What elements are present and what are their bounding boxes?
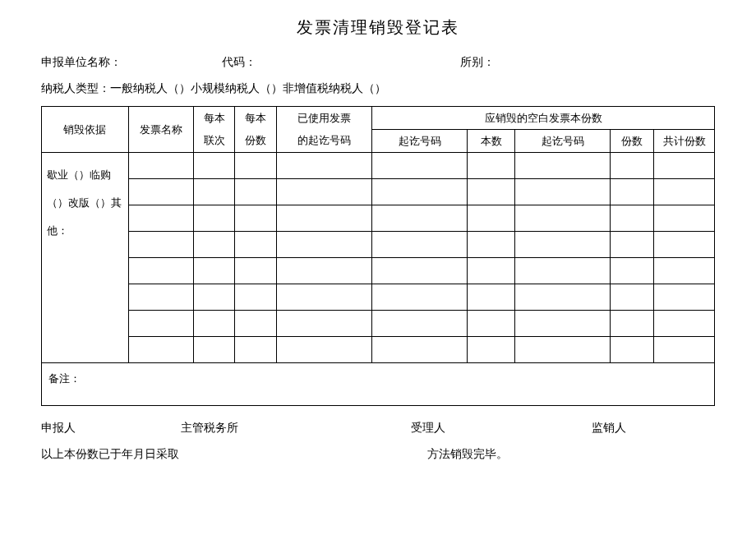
footer-note: 以上本份数已于年月日采取 方法销毁完毕。 bbox=[41, 447, 715, 462]
cell bbox=[372, 311, 468, 337]
hdr-count-l1: 每本 bbox=[235, 107, 277, 130]
cell bbox=[468, 311, 515, 337]
cell bbox=[372, 179, 468, 205]
remark-row: 备注： bbox=[42, 363, 715, 406]
cell bbox=[276, 311, 371, 337]
cell bbox=[235, 232, 277, 258]
cell bbox=[128, 153, 193, 179]
cell bbox=[515, 232, 611, 258]
remark-cell: 备注： bbox=[42, 363, 715, 406]
cell bbox=[654, 153, 715, 179]
cell bbox=[654, 284, 715, 311]
footer-acceptor: 受理人 bbox=[411, 421, 592, 436]
cell bbox=[372, 153, 468, 179]
cell bbox=[515, 153, 611, 179]
cell bbox=[235, 179, 277, 205]
cell bbox=[193, 284, 235, 311]
cell bbox=[193, 205, 235, 232]
hdr-basis: 销毁依据 bbox=[42, 107, 129, 153]
page-title: 发票清理销毁登记表 bbox=[41, 16, 715, 39]
cell bbox=[372, 284, 468, 311]
cell bbox=[515, 179, 611, 205]
hdr-blank-range1: 起讫号码 bbox=[372, 130, 468, 153]
hdr-blank-copies: 份数 bbox=[611, 130, 654, 153]
table-row bbox=[42, 311, 715, 337]
hdr-copies-l1: 每本 bbox=[193, 107, 235, 130]
table-row bbox=[42, 205, 715, 232]
code-label: 代码： bbox=[222, 55, 460, 70]
cell bbox=[611, 258, 654, 284]
cell bbox=[193, 179, 235, 205]
cell bbox=[372, 258, 468, 284]
cell bbox=[193, 232, 235, 258]
cell bbox=[654, 311, 715, 337]
cell bbox=[611, 205, 654, 232]
cell bbox=[276, 179, 371, 205]
footer-row: 申报人 主管税务所 受理人 监销人 bbox=[41, 421, 715, 436]
cell bbox=[654, 205, 715, 232]
hdr-blank-group: 应销毁的空白发票本份数 bbox=[372, 107, 715, 130]
footer-note-left: 以上本份数已于年月日采取 bbox=[41, 447, 427, 462]
cell bbox=[654, 258, 715, 284]
cell bbox=[372, 337, 468, 363]
meta-row-2: 纳税人类型：一般纳税人（）小规模纳税人（）非增值税纳税人（） bbox=[41, 81, 715, 96]
cell bbox=[611, 311, 654, 337]
cell bbox=[372, 205, 468, 232]
table-row bbox=[42, 337, 715, 363]
cell bbox=[128, 179, 193, 205]
table-row: 歇业（）临购（）改版（）其他： bbox=[42, 153, 715, 179]
office-label: 所别： bbox=[460, 55, 495, 70]
cell bbox=[611, 153, 654, 179]
cell bbox=[372, 232, 468, 258]
main-table: 销毁依据 发票名称 每本 每本 已使用发票 应销毁的空白发票本份数 联次 份数 … bbox=[41, 106, 715, 406]
cell bbox=[654, 232, 715, 258]
hdr-blank-total: 共计份数 bbox=[654, 130, 715, 153]
cell bbox=[468, 337, 515, 363]
cell bbox=[193, 258, 235, 284]
hdr-blank-books: 本数 bbox=[468, 130, 515, 153]
cell bbox=[128, 258, 193, 284]
cell bbox=[276, 337, 371, 363]
cell bbox=[468, 153, 515, 179]
footer-reporter: 申报人 bbox=[41, 421, 181, 436]
cell bbox=[276, 153, 371, 179]
cell bbox=[654, 179, 715, 205]
hdr-used-l2: 的起讫号码 bbox=[276, 130, 371, 153]
cell bbox=[128, 232, 193, 258]
cell bbox=[468, 179, 515, 205]
cell bbox=[276, 258, 371, 284]
cell bbox=[235, 337, 277, 363]
cell bbox=[276, 284, 371, 311]
cell bbox=[468, 205, 515, 232]
cell bbox=[468, 284, 515, 311]
cell bbox=[654, 337, 715, 363]
hdr-used-l1: 已使用发票 bbox=[276, 107, 371, 130]
cell bbox=[128, 337, 193, 363]
unit-label: 申报单位名称： bbox=[41, 55, 222, 70]
cell bbox=[515, 284, 611, 311]
cell bbox=[611, 179, 654, 205]
cell bbox=[276, 232, 371, 258]
cell bbox=[193, 153, 235, 179]
header-row-1: 销毁依据 发票名称 每本 每本 已使用发票 应销毁的空白发票本份数 bbox=[42, 107, 715, 130]
cell bbox=[235, 258, 277, 284]
cell bbox=[515, 337, 611, 363]
meta-row-1: 申报单位名称： 代码： 所别： bbox=[41, 55, 715, 70]
cell bbox=[515, 258, 611, 284]
cell bbox=[611, 232, 654, 258]
cell bbox=[128, 284, 193, 311]
footer-tax-office: 主管税务所 bbox=[181, 421, 411, 436]
footer-supervisor: 监销人 bbox=[592, 421, 626, 436]
cell bbox=[611, 284, 654, 311]
cell bbox=[515, 311, 611, 337]
hdr-blank-range2: 起讫号码 bbox=[515, 130, 611, 153]
taxpayer-type-label: 纳税人类型：一般纳税人（）小规模纳税人（）非增值税纳税人（） bbox=[41, 81, 386, 96]
hdr-copies-l2: 联次 bbox=[193, 130, 235, 153]
cell bbox=[235, 153, 277, 179]
footer-note-right: 方法销毁完毕。 bbox=[427, 447, 508, 462]
table-row bbox=[42, 284, 715, 311]
cell bbox=[611, 337, 654, 363]
table-row bbox=[42, 232, 715, 258]
cell bbox=[235, 205, 277, 232]
cell bbox=[276, 205, 371, 232]
